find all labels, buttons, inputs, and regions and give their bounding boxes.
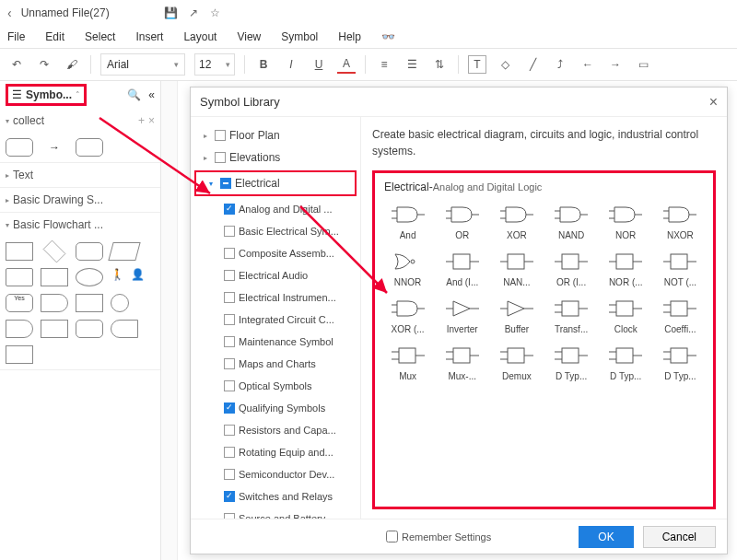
checkbox[interactable] [224, 358, 235, 369]
shape-rect[interactable] [6, 138, 33, 157]
cancel-button[interactable]: Cancel [643, 526, 716, 548]
checkbox[interactable] [224, 248, 235, 259]
shape[interactable] [108, 242, 140, 261]
shape[interactable] [76, 268, 103, 286]
checkbox[interactable] [224, 425, 235, 436]
plus-icon[interactable]: + [138, 114, 145, 127]
menu-symbol[interactable]: Symbol [281, 30, 318, 43]
tree-sub-item[interactable]: Maps and Charts [191, 353, 360, 375]
italic-icon[interactable]: I [282, 55, 300, 74]
tree-sub-item[interactable]: Analog and Digital ... [191, 198, 360, 220]
menu-layout[interactable]: Layout [183, 30, 216, 43]
symbol-item[interactable]: NOR (... [602, 250, 649, 287]
size-select[interactable]: 12 ▾ [194, 53, 235, 76]
remember-checkbox[interactable] [386, 531, 398, 542]
connector-icon[interactable]: ⤴ [551, 55, 569, 74]
shape-person[interactable]: 🚶 [111, 268, 123, 286]
symbol-item[interactable]: Mux [384, 344, 431, 381]
shape[interactable] [111, 320, 138, 338]
shape[interactable] [41, 268, 68, 286]
shape-rect2[interactable] [76, 138, 103, 157]
tree-floor-plan[interactable]: ▸ Floor Plan [191, 124, 360, 146]
menu-insert[interactable]: Insert [135, 30, 163, 43]
remember-settings[interactable]: Remember Settings [386, 531, 491, 542]
shape[interactable] [43, 240, 66, 263]
menu-view[interactable]: View [237, 30, 261, 43]
search-icon[interactable]: 🔍 [127, 88, 141, 101]
star-icon[interactable]: ☆ [209, 6, 222, 19]
symbol-item[interactable]: OR (I... [548, 250, 595, 287]
shape[interactable] [6, 345, 33, 364]
save-icon[interactable]: 💾 [165, 6, 178, 19]
more-icon[interactable]: ▭ [634, 55, 652, 74]
checkbox[interactable] [224, 226, 235, 237]
back-icon[interactable]: ‹ [7, 6, 12, 20]
tree-sub-item[interactable]: Integrated Circuit C... [191, 309, 360, 331]
symbol-item[interactable]: NAN... [493, 250, 540, 287]
checkbox[interactable] [224, 380, 235, 391]
shape-arrow[interactable]: → [41, 138, 68, 157]
shape[interactable] [76, 242, 103, 261]
menu-file[interactable]: File [7, 30, 25, 43]
tree-sub-item[interactable]: Basic Electrical Sym... [191, 220, 360, 242]
tree-elevations[interactable]: ▸ Elevations [191, 146, 360, 169]
arrow-start-icon[interactable]: ← [579, 55, 597, 74]
symbol-item[interactable]: Inverter [439, 297, 485, 334]
font-select[interactable]: Arial ▾ [100, 53, 185, 76]
library-button[interactable]: ☰ Symbo... ˄ [6, 84, 87, 106]
symbol-item[interactable]: D Typ... [657, 344, 704, 381]
close-icon[interactable]: × [709, 94, 718, 111]
symbol-item[interactable]: NAND [548, 203, 595, 240]
symbol-item[interactable]: XOR [493, 203, 540, 240]
shape[interactable] [76, 294, 103, 312]
align-icon[interactable]: ≡ [375, 55, 393, 74]
close-icon[interactable]: × [148, 114, 155, 127]
tree-sub-item[interactable]: Optical Symbols [191, 375, 360, 397]
tree-sub-item[interactable]: Resistors and Capa... [191, 419, 360, 441]
ok-button[interactable]: OK [579, 526, 633, 548]
shape[interactable] [41, 294, 68, 312]
glasses-icon[interactable]: 👓 [381, 30, 395, 43]
symbol-item[interactable]: And [384, 203, 431, 240]
checkbox[interactable] [224, 292, 235, 303]
shape[interactable] [76, 320, 103, 338]
section-basic-drawing[interactable]: ▸ Basic Drawing S... [0, 188, 160, 212]
spacing-icon[interactable]: ⇅ [430, 55, 449, 74]
menu-help[interactable]: Help [338, 30, 361, 43]
section-collect[interactable]: ▾ collect + × [0, 109, 160, 133]
tree-sub-item[interactable]: Electrical Instrumen... [191, 286, 360, 309]
valign-icon[interactable]: ☰ [403, 55, 421, 74]
tree-sub-item[interactable]: Semiconductor Dev... [191, 463, 360, 485]
checkbox[interactable] [224, 270, 235, 281]
checkbox[interactable] [224, 204, 235, 215]
symbol-item[interactable]: Coeffi... [657, 297, 704, 334]
symbol-item[interactable]: Mux-... [439, 344, 485, 381]
brush-icon[interactable]: 🖌 [63, 55, 81, 74]
tree-sub-item[interactable]: Rotating Equip and... [191, 441, 360, 463]
checkbox[interactable] [215, 152, 226, 163]
arrow-end-icon[interactable]: → [606, 55, 625, 74]
shape[interactable] [111, 294, 129, 312]
underline-icon[interactable]: U [310, 55, 328, 74]
tree-sub-item[interactable]: Electrical Audio [191, 264, 360, 286]
line-icon[interactable]: ╱ [523, 55, 542, 74]
checkbox[interactable] [224, 469, 235, 480]
symbol-item[interactable]: And (I... [439, 250, 485, 287]
checkbox[interactable] [224, 402, 235, 414]
symbol-item[interactable]: NNOR [384, 250, 431, 287]
symbol-item[interactable]: Demux [493, 344, 540, 381]
symbol-item[interactable]: XOR (... [384, 297, 431, 334]
shape-user[interactable]: 👤 [131, 268, 144, 286]
tree-sub-item[interactable]: Composite Assemb... [191, 242, 360, 264]
symbol-item[interactable]: D Typ... [602, 344, 649, 381]
symbol-item[interactable]: Buffer [493, 297, 540, 334]
section-basic-flowchart[interactable]: ▾ Basic Flowchart ... [0, 213, 160, 237]
share-icon[interactable]: ↗ [187, 6, 200, 19]
shape[interactable] [6, 320, 33, 338]
symbol-item[interactable]: Transf... [548, 297, 595, 334]
checkbox-partial[interactable] [220, 178, 231, 189]
collapse-icon[interactable]: « [148, 88, 155, 101]
checkbox[interactable] [215, 130, 226, 141]
undo-icon[interactable]: ↶ [7, 55, 26, 74]
fill-icon[interactable]: ◇ [496, 55, 514, 74]
